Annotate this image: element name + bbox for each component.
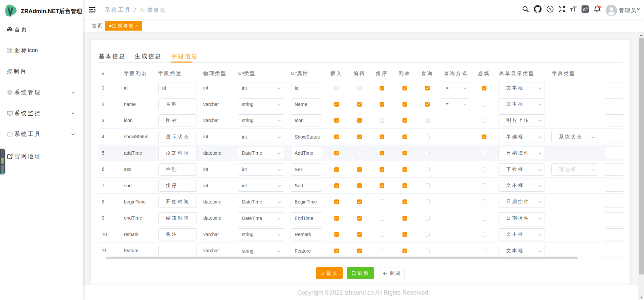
svg-text:A: A	[583, 7, 586, 12]
svg-text:?: ?	[549, 7, 552, 11]
